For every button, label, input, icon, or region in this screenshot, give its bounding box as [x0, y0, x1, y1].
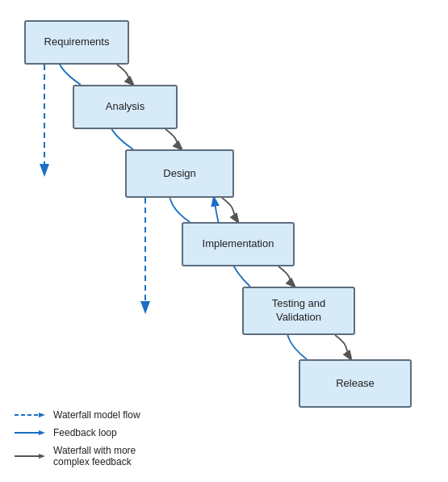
- svg-marker-7: [39, 454, 45, 459]
- legend-feedback-loop: Feedback loop: [15, 427, 140, 438]
- box-analysis: Analysis: [73, 85, 178, 129]
- svg-marker-5: [39, 430, 45, 435]
- legend-dashed-blue-line: [15, 410, 47, 420]
- legend-solid-gray-line: [15, 451, 47, 461]
- svg-marker-3: [39, 413, 45, 417]
- legend-complex-feedback: Waterfall with more complex feedback: [15, 445, 140, 467]
- diagram: Requirements Analysis Design Implementat…: [0, 0, 448, 482]
- box-testing: Testing and Validation: [242, 287, 355, 335]
- box-requirements: Requirements: [24, 20, 129, 65]
- legend-waterfall-flow: Waterfall model flow: [15, 409, 140, 421]
- legend: Waterfall model flow Feedback loop Water…: [15, 409, 140, 467]
- box-implementation: Implementation: [182, 222, 295, 266]
- box-design: Design: [125, 149, 234, 198]
- box-release: Release: [299, 359, 412, 408]
- legend-solid-blue-line: [15, 428, 47, 438]
